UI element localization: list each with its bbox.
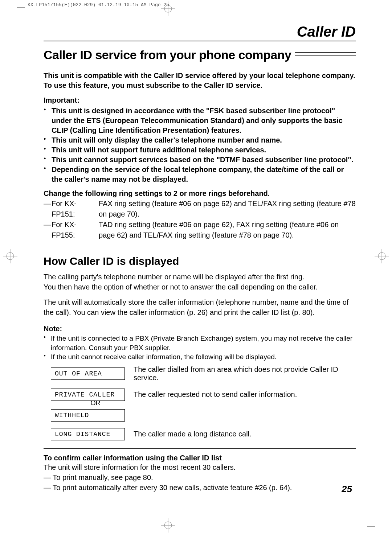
- page-title: Caller ID service from your phone compan…: [44, 48, 291, 62]
- display-row: OUT OF AREA The caller dialled from an a…: [51, 365, 356, 382]
- title-rule-decoration: [295, 52, 356, 56]
- body-paragraph: The unit will automatically store the ca…: [44, 297, 356, 317]
- crop-mark-bottom-right: [367, 518, 375, 527]
- display-description: The caller made a long distance call.: [134, 430, 252, 438]
- note-label: Note:: [44, 325, 356, 333]
- registration-mark-left: [3, 249, 17, 263]
- intro-paragraph: This unit is compatible with the Caller …: [44, 71, 356, 90]
- lcd-display-box: PRIVATE CALLER: [51, 389, 125, 401]
- display-row: PRIVATE CALLER The caller requested not …: [51, 389, 356, 401]
- registration-mark-bottom: [161, 518, 175, 533]
- model-label: For KX-FP155:: [52, 219, 99, 241]
- crop-mark-top-left: [17, 7, 25, 16]
- lcd-display-box: OUT OF AREA: [51, 367, 125, 380]
- bullet-item: This unit cannot support services based …: [44, 155, 356, 165]
- confirm-body: The unit will store information for the …: [44, 462, 356, 472]
- print-job-header: KX-FP151/155(E)(022-029) 01.12.19 10:15 …: [0, 0, 392, 8]
- page-content: Caller ID Caller ID service from your ph…: [44, 24, 356, 493]
- confirm-heading: To confirm caller information using the …: [44, 448, 356, 462]
- display-row: WITHHELD: [51, 409, 356, 422]
- bullet-item: This unit will not support future additi…: [44, 145, 356, 155]
- bullet-item: Depending on the service of the local te…: [44, 165, 356, 184]
- confirm-dash-item: — To print automatically after every 30 …: [44, 482, 356, 493]
- confirm-dash-item: — To print manually, see page 80.: [44, 472, 356, 482]
- ring-item-text: FAX ring setting (feature #06 on page 62…: [99, 198, 356, 219]
- lcd-display-table: OUT OF AREA The caller dialled from an a…: [51, 365, 356, 440]
- svg-point-3: [164, 522, 172, 529]
- lcd-display-box: LONG DISTANCE: [51, 428, 125, 440]
- svg-point-6: [7, 252, 14, 260]
- page-number: 25: [342, 484, 352, 495]
- display-description: The caller dialled from an area which do…: [134, 365, 356, 382]
- lcd-display-box: WITHHELD: [51, 409, 125, 422]
- bullet-item: This unit will only display the caller's…: [44, 135, 356, 145]
- section-header: Caller ID: [44, 24, 356, 41]
- sub-heading: How Caller ID is displayed: [44, 255, 356, 267]
- ring-item: — For KX-FP155: TAD ring setting (featur…: [44, 219, 356, 241]
- important-label: Important:: [44, 96, 356, 104]
- body-paragraph: The calling party's telephone number or …: [44, 272, 356, 292]
- model-label: For KX-FP151:: [52, 198, 99, 219]
- ring-settings-heading: Change the following ring settings to 2 …: [44, 189, 356, 198]
- ring-settings-list: — For KX-FP151: FAX ring setting (featur…: [44, 198, 356, 241]
- note-item: If the unit cannot receive caller inform…: [44, 352, 356, 362]
- ring-item-text: TAD ring setting (feature #06 on page 62…: [99, 219, 356, 241]
- ring-item: — For KX-FP151: FAX ring setting (featur…: [44, 198, 356, 219]
- bullet-item: This unit is designed in accordance with…: [44, 106, 356, 135]
- note-item: If the unit is connected to a PBX (Priva…: [44, 334, 356, 352]
- important-bullet-list: This unit is designed in accordance with…: [44, 106, 356, 184]
- registration-mark-right: [375, 249, 389, 263]
- display-description: The caller requested not to send caller …: [134, 390, 297, 399]
- svg-point-9: [378, 252, 385, 260]
- note-bullet-list: If the unit is connected to a PBX (Priva…: [44, 334, 356, 362]
- display-row: LONG DISTANCE The caller made a long dis…: [51, 428, 356, 440]
